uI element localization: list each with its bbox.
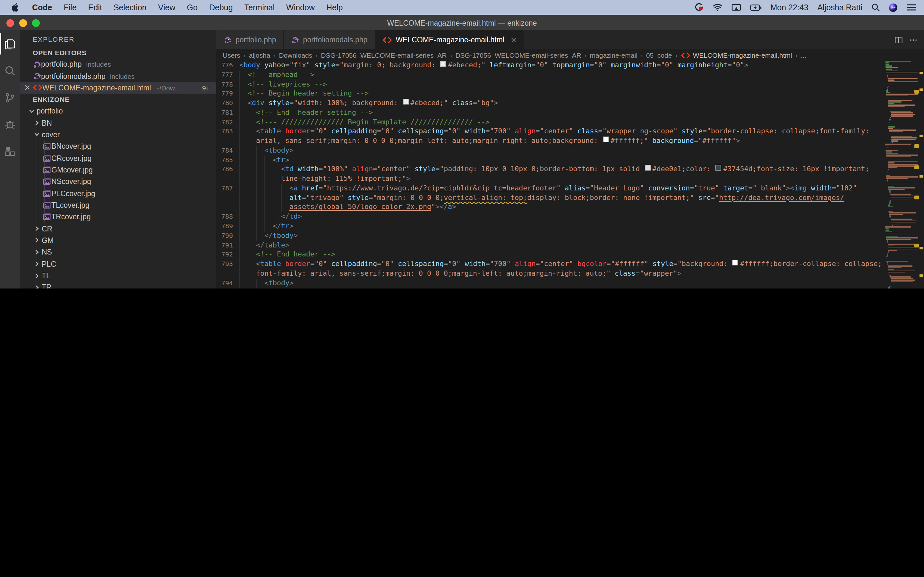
tree-item-GM[interactable]: GM	[20, 235, 216, 247]
breadcrumb-item[interactable]: aljosha	[249, 51, 270, 59]
code-line[interactable]: 786<td width="100%" align="center" style…	[216, 165, 884, 175]
code-line[interactable]: 788</td>	[216, 213, 884, 222]
tree-item-TRcover-jpg[interactable]: TRcover.jpg	[20, 211, 216, 223]
tree-item-GMcover-jpg[interactable]: GMcover.jpg	[20, 164, 216, 176]
code-line[interactable]: 784<tbody>	[216, 146, 884, 156]
code-line[interactable]: arial, sans-serif;margin: 0 0 0 0;margin…	[216, 137, 884, 146]
code-line[interactable]: 778<!-- liveprices -->	[216, 80, 884, 89]
code-line[interactable]: font-family: arial, sans-serif;margin: 0…	[216, 269, 884, 279]
tree-item-PLC[interactable]: PLC	[20, 258, 216, 270]
breadcrumb-item[interactable]: magazine-email	[590, 51, 638, 59]
window-title-bar[interactable]: WELCOME-magazine-email.html — enkizone	[0, 15, 924, 30]
tree-item-PLCcover-jpg[interactable]: PLCcover.jpg	[20, 187, 216, 199]
tree-item-TL[interactable]: TL	[20, 270, 216, 282]
code-line[interactable]: 791</table>	[216, 241, 884, 250]
overview-ruler[interactable]	[919, 61, 924, 288]
code-line[interactable]: 779<!-- Begin header setting -->	[216, 89, 884, 99]
code-token: "center"	[540, 127, 577, 137]
menu-item-code[interactable]: Code	[26, 3, 58, 12]
battery-charging-icon[interactable]	[750, 4, 761, 11]
menu-item-go[interactable]: Go	[181, 3, 204, 12]
activity-extensions-icon[interactable]	[0, 138, 20, 165]
menu-item-terminal[interactable]: Terminal	[239, 3, 281, 12]
code-editor[interactable]: 776<body yahoo="fix" style="margin: 0; b…	[216, 61, 884, 288]
line-number: 792	[216, 250, 239, 260]
open-editors-section-header[interactable]: OPEN EDITORS	[20, 47, 216, 58]
tree-item-BN[interactable]: BN	[20, 117, 216, 129]
minimap-line	[888, 81, 918, 82]
close-icon[interactable]	[23, 85, 31, 91]
tree-item-CRcover-jpg[interactable]: CRcover.jpg	[20, 152, 216, 164]
code-line[interactable]: 794<tbody>	[216, 279, 884, 288]
minimap[interactable]	[884, 61, 919, 288]
spotlight-icon[interactable]	[871, 3, 880, 11]
code-line[interactable]: 783<table border="0" cellpadding="0" cel…	[216, 127, 884, 137]
code-line[interactable]: 776<body yahoo="fix" style="margin: 0; b…	[216, 61, 884, 71]
app-dot-icon[interactable]	[694, 3, 704, 11]
breadcrumb-item[interactable]: Users	[223, 51, 240, 59]
breadcrumb[interactable]: Users›aljosha›Downloads›DSG-17056_WELCOM…	[216, 49, 924, 61]
tree-item-portfolio[interactable]: portfolio	[20, 105, 216, 117]
minimap-line	[888, 245, 895, 246]
menu-item-window[interactable]: Window	[280, 3, 320, 12]
modified-count-badge: 9+	[202, 84, 210, 92]
code-line[interactable]: 793<table border="0" cellpadding="0" cel…	[216, 259, 884, 269]
breadcrumb-item[interactable]: 05_code	[646, 51, 672, 59]
breadcrumb-item[interactable]: DSG-17056_WELCOME-email-series_AR	[455, 51, 581, 59]
split-editor-icon[interactable]	[895, 35, 903, 44]
activity-search-icon[interactable]	[0, 57, 20, 84]
menu-item-help[interactable]: Help	[320, 3, 349, 12]
breadcrumb-item[interactable]: Downloads	[279, 51, 312, 59]
tree-item-cover[interactable]: cover	[20, 129, 216, 140]
activity-debug-icon[interactable]	[0, 111, 20, 138]
menu-user[interactable]: Aljosha Ratti	[817, 3, 863, 12]
minimap-line	[888, 266, 912, 267]
tree-item-NS[interactable]: NS	[20, 246, 216, 258]
menu-item-file[interactable]: File	[58, 3, 82, 12]
more-actions-icon[interactable]	[909, 35, 918, 44]
code-line[interactable]: 781<!-- End header setting -->	[216, 108, 884, 118]
menu-clock[interactable]: Mon 22:43	[771, 3, 808, 12]
open-editor-item[interactable]: portfoliomodals.phpincludes	[20, 70, 216, 82]
activity-source-control-icon[interactable]	[0, 84, 20, 111]
menu-item-selection[interactable]: Selection	[108, 3, 152, 12]
menu-item-view[interactable]: View	[152, 3, 181, 12]
activity-files-icon[interactable]	[0, 30, 20, 57]
code-line[interactable]: 789</tr>	[216, 222, 884, 231]
code-line[interactable]: 780<div style="width: 100%; background: …	[216, 99, 884, 108]
siri-icon[interactable]	[889, 3, 898, 12]
code-line[interactable]: 782<!--- /////////////// Begin Template …	[216, 118, 884, 127]
display-mirroring-icon[interactable]	[731, 4, 741, 11]
code-line[interactable]: 792<!-- End header -->	[216, 250, 884, 260]
code-line[interactable]: 787<a href="https://www.trivago.de/?cip=…	[216, 184, 884, 193]
code-line[interactable]: 790</tbody>	[216, 231, 884, 241]
tree-item-NScover-jpg[interactable]: NScover.jpg	[20, 176, 216, 187]
code-line[interactable]: assets/global_50/logo_color_2x.png"></a>	[216, 203, 884, 213]
control-center-icon[interactable]	[907, 4, 916, 11]
close-icon[interactable]	[511, 37, 517, 43]
code-line[interactable]: 795<tr>	[216, 288, 884, 288]
minimap-line	[885, 230, 890, 231]
code-line[interactable]: 785<tr>	[216, 155, 884, 165]
tree-item-TLcover-jpg[interactable]: TLcover.jpg	[20, 199, 216, 211]
menu-item-debug[interactable]: Debug	[204, 3, 239, 12]
open-editor-item[interactable]: WELCOME-magazine-email.html~/Dow...9+	[20, 82, 216, 93]
tab-WELCOME-magazine-email-html[interactable]: WELCOME-magazine-email.html	[375, 30, 524, 49]
code-token: "0"	[732, 61, 744, 71]
menu-item-edit[interactable]: Edit	[82, 3, 108, 12]
workspace-section-header[interactable]: ENKIZONE	[20, 93, 216, 105]
breadcrumb-file[interactable]: WELCOME-magazine-email.html	[680, 51, 792, 59]
open-editor-item[interactable]: portfolio.phpincludes	[20, 58, 216, 70]
tree-item-TR[interactable]: TR	[20, 282, 216, 288]
tree-item-BNcover-jpg[interactable]: BNcover.jpg	[20, 140, 216, 152]
code-line[interactable]: alt="trivago" style="margin: 0 0 0 0;ver…	[216, 193, 884, 203]
apple-icon[interactable]	[8, 3, 26, 12]
tab-portfolio-php[interactable]: portfolio.php	[216, 30, 284, 49]
breadcrumb-trail: ...	[801, 51, 806, 59]
code-line[interactable]: line-height: 115% !important;">	[216, 174, 884, 184]
breadcrumb-item[interactable]: DSG-17056_WELCOME-email-series_AR	[321, 51, 447, 59]
wifi-icon[interactable]	[712, 4, 722, 11]
code-line[interactable]: 777<!-- amphead -->	[216, 71, 884, 80]
tab-portfoliomodals-php[interactable]: portfoliomodals.php	[284, 30, 375, 49]
tree-item-CR[interactable]: CR	[20, 223, 216, 235]
